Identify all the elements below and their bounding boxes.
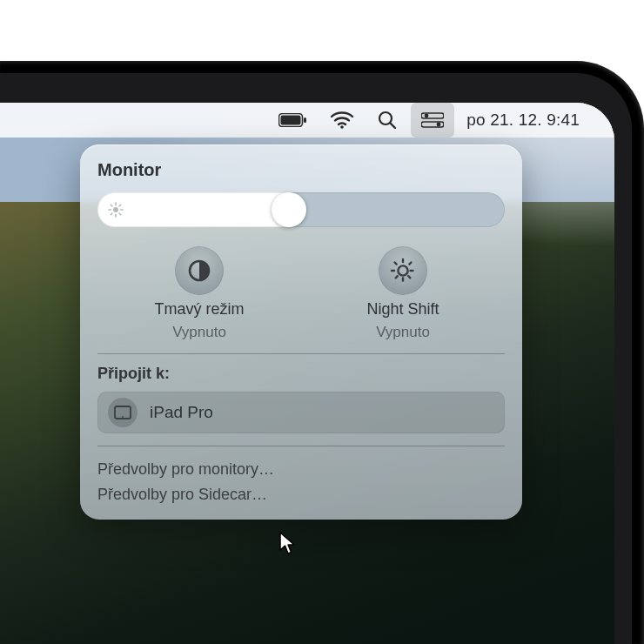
svg-line-5 xyxy=(391,124,396,129)
display-panel: Monitor xyxy=(80,144,522,520)
svg-rect-1 xyxy=(304,117,306,123)
svg-line-18 xyxy=(111,213,112,215)
spotlight-icon[interactable] xyxy=(367,103,407,138)
svg-line-17 xyxy=(119,205,121,206)
control-center-icon[interactable] xyxy=(411,103,454,138)
mouse-cursor-icon xyxy=(278,531,298,555)
connect-label: Připojit k: xyxy=(97,365,505,383)
device-bezel: po 21. 12. 9:41 Monitor xyxy=(0,61,644,644)
svg-line-16 xyxy=(119,213,121,215)
night-shift-toggle[interactable]: Night Shift Vypnuto xyxy=(301,246,505,341)
svg-point-3 xyxy=(340,125,344,129)
brightness-low-icon xyxy=(108,202,124,218)
dark-mode-icon xyxy=(175,246,224,295)
menubar-clock[interactable]: po 21. 12. 9:41 xyxy=(458,103,590,138)
svg-point-20 xyxy=(398,265,407,275)
clock-text: po 21. 12. 9:41 xyxy=(466,111,580,130)
svg-point-9 xyxy=(437,123,441,127)
device-bezel-inner: po 21. 12. 9:41 Monitor xyxy=(0,73,632,644)
panel-title: Monitor xyxy=(97,160,505,180)
night-shift-icon xyxy=(379,246,427,295)
menubar: po 21. 12. 9:41 xyxy=(0,103,614,138)
svg-point-10 xyxy=(113,207,118,212)
svg-point-7 xyxy=(425,114,429,118)
slider-knob[interactable] xyxy=(272,192,306,227)
divider xyxy=(97,353,505,354)
preferences-links: Předvolby pro monitory… Předvolby pro Si… xyxy=(97,457,505,507)
connect-device-row[interactable]: iPad Pro xyxy=(97,392,505,433)
svg-line-25 xyxy=(395,263,398,265)
wifi-icon[interactable] xyxy=(320,103,364,138)
screen: po 21. 12. 9:41 Monitor xyxy=(0,103,614,644)
night-shift-state: Vypnuto xyxy=(376,324,430,341)
dark-mode-label: Tmavý režim xyxy=(155,300,245,319)
battery-icon[interactable] xyxy=(268,103,317,138)
display-preferences-link[interactable]: Předvolby pro monitory… xyxy=(97,457,505,482)
svg-rect-2 xyxy=(281,116,301,125)
dark-mode-toggle[interactable]: Tmavý režim Vypnuto xyxy=(97,246,301,341)
device-name: iPad Pro xyxy=(150,403,213,422)
svg-line-15 xyxy=(111,205,112,206)
svg-line-28 xyxy=(395,276,398,278)
svg-point-30 xyxy=(122,416,124,418)
brightness-slider[interactable] xyxy=(97,192,505,227)
sidecar-preferences-link[interactable]: Předvolby pro Sidecar… xyxy=(97,482,505,507)
divider xyxy=(97,446,505,446)
ipad-icon xyxy=(108,398,138,427)
display-toggles: Tmavý režim Vypnuto xyxy=(97,246,505,341)
night-shift-label: Night Shift xyxy=(366,300,439,319)
dark-mode-state: Vypnuto xyxy=(172,324,226,341)
svg-line-26 xyxy=(408,276,411,278)
svg-line-27 xyxy=(408,263,411,265)
